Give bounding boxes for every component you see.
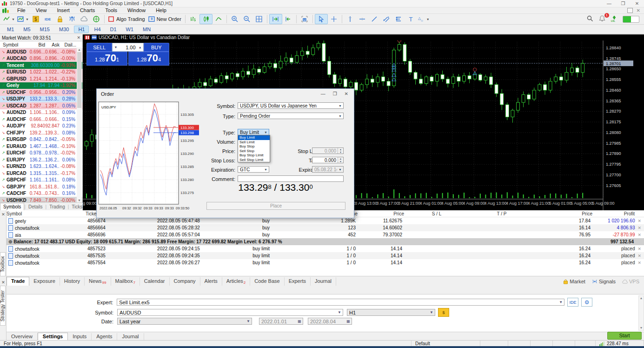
- market-tab[interactable]: Market: [563, 279, 585, 284]
- dropdown-option-sell-limit[interactable]: Sell Limit: [238, 140, 270, 145]
- close-position-icon[interactable]: ✕: [635, 247, 641, 251]
- toolbox-tab-code-base[interactable]: Code Base: [250, 277, 284, 286]
- close-position-icon[interactable]: ✕: [635, 219, 641, 223]
- market-watch-row-gbpusd[interactable]: ↗GBPUSD1.214...1.214...-0.13%: [0, 75, 82, 82]
- market-watch-row-chfjpy[interactable]: ↘CHFJPY139.2...139.3...0.08%: [0, 129, 82, 136]
- timeframe-m15[interactable]: M15: [36, 26, 54, 33]
- mw-col-bid[interactable]: Bid: [29, 42, 45, 47]
- market-dollar-icon[interactable]: $: [30, 14, 42, 24]
- menu-charts[interactable]: Charts: [75, 7, 100, 13]
- toolbox-tab-trade[interactable]: Trade: [7, 277, 29, 286]
- vps-cloud-icon[interactable]: [78, 14, 90, 24]
- order-type-select[interactable]: Pending Order▼: [238, 113, 344, 119]
- buy-button[interactable]: BUY: [144, 43, 169, 52]
- symbol-properties-icon[interactable]: $: [438, 308, 449, 317]
- trade-col-price[interactable]: Price: [534, 211, 592, 216]
- dialog-restore-icon[interactable]: ❐: [333, 91, 337, 96]
- market-watch-row-euraud[interactable]: ↗EURAUD1.467...1.468...-0.10%: [0, 143, 82, 150]
- scroll-up-icon[interactable]: ▲: [77, 47, 82, 52]
- menu-tools[interactable]: Tools: [100, 7, 122, 13]
- sell-button[interactable]: SELL: [86, 43, 112, 52]
- channel-icon[interactable]: [380, 14, 392, 24]
- toolbox-tab-alerts[interactable]: Alerts: [200, 277, 222, 286]
- zoom-out-icon[interactable]: [241, 14, 253, 24]
- market-watch-row-usdjpy[interactable]: ↘USDJPY133.2...133.3...0.28%: [0, 96, 82, 103]
- expiration-select[interactable]: GTC▼: [238, 166, 269, 173]
- market-watch-row-eurchf[interactable]: ↗EURCHF0.978...0.978...-0.02%: [0, 150, 82, 157]
- market-watch-row-usdchf[interactable]: ↗USDCHF0.956...0.956...0.20%: [0, 89, 82, 96]
- trade-col-sl[interactable]: S / L: [404, 211, 469, 216]
- dropdown-option-buy-stop[interactable]: Buy Stop: [238, 144, 270, 149]
- trade-col-tp[interactable]: T / P: [469, 211, 534, 216]
- expert-select[interactable]: Sell Limit.ex5▼: [117, 299, 564, 306]
- tester-close-icon[interactable]: ✕: [0, 280, 7, 285]
- market-watch-row-cadchf[interactable]: ↗CADCHF0.743...0.743...0.16%: [0, 190, 82, 197]
- chart-shift-icon[interactable]: [269, 14, 282, 24]
- order-symbol-select[interactable]: USDJPY, US Dollar vs Japanese Yen▼: [238, 102, 344, 109]
- toolbox-tab-company[interactable]: Company: [170, 277, 200, 286]
- shapes-icon[interactable]: △○▼: [417, 14, 431, 24]
- market-watch-row-eurgbp[interactable]: ↗EURGBP0.842...0.842...-0.05%: [0, 136, 82, 143]
- chart-mini-icon[interactable]: [92, 35, 97, 40]
- restore-icon[interactable]: ❐: [616, 0, 630, 7]
- tester-tab-agents[interactable]: Agents: [92, 333, 117, 341]
- market-watch-row-gbpjpy[interactable]: ↘GBPJPY161.8...161.8...0.18%: [0, 183, 82, 190]
- tile-windows-icon[interactable]: [253, 14, 265, 24]
- toolbox-tab-calendar[interactable]: Calendar: [140, 277, 170, 286]
- new-order-button[interactable]: +New Order: [147, 14, 183, 24]
- signals-tab[interactable]: Signals: [592, 279, 616, 284]
- trade-row-4857535[interactable]: chowtaifook48575352022.08.05 09:24:35buy…: [7, 252, 644, 259]
- market-watch-row-eurcad[interactable]: ↘EURCAD1.315...1.315...-0.17%: [0, 170, 82, 177]
- connection-toggle[interactable]: [623, 16, 639, 23]
- metaeditor-ide-icon[interactable]: IDE: [42, 14, 54, 24]
- zoom-in-icon[interactable]: [229, 14, 241, 24]
- close-position-icon[interactable]: ✕: [635, 233, 641, 237]
- close-icon[interactable]: ✕: [630, 0, 644, 7]
- menu-view[interactable]: View: [31, 7, 52, 13]
- toolbox-tab-journal[interactable]: Journal: [311, 277, 336, 286]
- menu-file[interactable]: File: [12, 7, 31, 13]
- toolbox-close-icon[interactable]: ✕: [0, 212, 7, 217]
- chart-type-icon[interactable]: ▼: [2, 14, 16, 24]
- close-position-icon[interactable]: ✕: [635, 226, 641, 230]
- equidistant-lines-icon[interactable]: [392, 14, 405, 24]
- search-icon[interactable]: [586, 15, 594, 23]
- dialog-minimize-icon[interactable]: —: [321, 91, 325, 96]
- toolbox-tab-exposure[interactable]: Exposure: [29, 277, 60, 286]
- start-button[interactable]: Start: [607, 332, 642, 340]
- menu-help[interactable]: Help: [151, 7, 172, 13]
- ide-button[interactable]: IDE: [567, 298, 578, 307]
- horizontal-line-icon[interactable]: [356, 14, 368, 24]
- tester-tab-overview[interactable]: Overview: [7, 333, 38, 341]
- timeframe-d1[interactable]: D1: [106, 26, 121, 33]
- notifications-bell-icon[interactable]: 1: [598, 15, 606, 23]
- dropdown-option-sell-stop-limit[interactable]: Sell Stop Limit: [238, 158, 270, 162]
- trade-row-4856674[interactable]: geely48566742022.08.05 05:47:48buy1.289K…: [7, 217, 644, 224]
- timeframe-h4[interactable]: H4: [90, 26, 105, 33]
- trade-col-symbol[interactable]: Symbol: [7, 211, 86, 216]
- menu-window[interactable]: Window: [122, 7, 151, 13]
- timeframe-h1[interactable]: H1: [74, 26, 89, 33]
- toolbox-tab-articles[interactable]: Articles2: [222, 277, 251, 286]
- market-watch-close-icon[interactable]: ✕: [77, 35, 80, 40]
- toolbox-vertical-tab[interactable]: Toolbox: [0, 252, 6, 276]
- signals-broadcast-icon[interactable]: [66, 14, 78, 24]
- screenshot-camera-icon[interactable]: [299, 14, 311, 24]
- trade-col-price[interactable]: Price: [358, 211, 404, 216]
- toolbox-tab-experts[interactable]: Experts: [285, 277, 311, 286]
- trade-col-profit[interactable]: Profit: [592, 211, 644, 216]
- mw-tab-trading[interactable]: Trading: [46, 203, 68, 210]
- trade-row-4857554[interactable]: chowtaifook48575542022.08.05 09:26:27buy…: [7, 259, 644, 266]
- cursor-icon[interactable]: [315, 14, 328, 24]
- market-watch-row-geely[interactable]: ↗Geely17.9417.94-1.92%: [0, 82, 82, 89]
- market-watch-scrollbar[interactable]: ▲ ▼: [77, 47, 82, 203]
- dropdown-option-buy-limit[interactable]: Buy Limit: [238, 135, 270, 140]
- sell-price[interactable]: 1.28 70 1: [86, 52, 127, 66]
- tester-scrollbar[interactable]: ▲▼: [638, 295, 644, 331]
- take-profit-field[interactable]: 0.000▲▼: [312, 157, 344, 163]
- close-position-icon[interactable]: ✕: [635, 261, 641, 265]
- timeframe-m1[interactable]: M1: [3, 26, 18, 33]
- market-watch-row-audjpy[interactable]: ↘AUDJPY92.84092.8470.23%: [0, 123, 82, 130]
- bar-chart-icon[interactable]: [187, 14, 199, 24]
- timeframe-w1[interactable]: W1: [122, 26, 138, 33]
